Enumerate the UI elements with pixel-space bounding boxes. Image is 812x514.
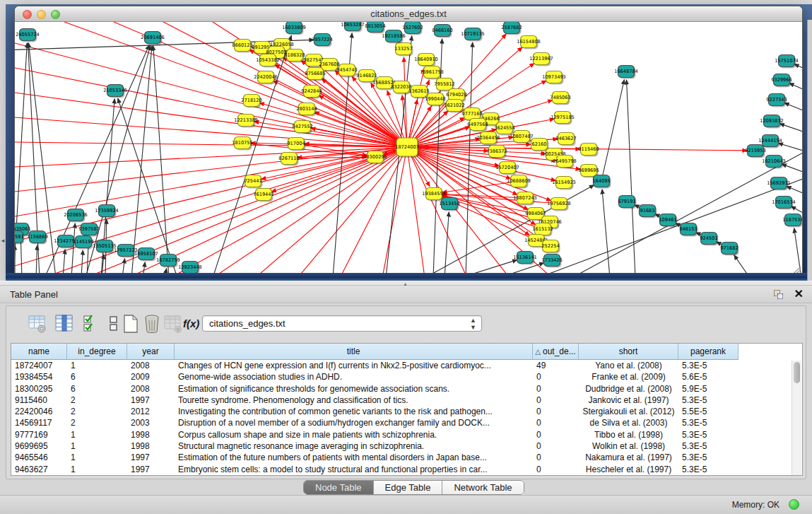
graph-node[interactable]: 725441 <box>244 175 262 189</box>
graph-node[interactable]: 16154923 <box>552 177 576 190</box>
graph-node[interactable]: 10973493 <box>542 71 566 85</box>
create-column-icon[interactable] <box>121 313 141 334</box>
graph-node[interactable]: 16210643 <box>762 156 786 169</box>
graph-node[interactable]: 8466160 <box>432 25 452 38</box>
graph-node[interactable]: 20691406 <box>141 32 165 45</box>
table-row[interactable]: 1938455462009Genome-wide association stu… <box>11 371 792 382</box>
graph-node[interactable]: 8660123 <box>232 40 252 53</box>
graph-node[interactable]: 16961758 <box>420 66 444 80</box>
table-row[interactable]: 946362711997Embryonic stem cells: a mode… <box>11 464 792 475</box>
graph-node[interactable]: 109461 <box>659 214 677 228</box>
graph-node[interactable]: 15692931 <box>767 177 791 191</box>
graph-node[interactable]: 15720407 <box>495 162 519 175</box>
graph-node[interactable]: 391591 <box>15 231 25 245</box>
close-panel-icon[interactable]: ✕ <box>794 287 804 300</box>
graph-node[interactable]: 16154808 <box>517 36 541 49</box>
graph-node[interactable]: 17016534 <box>772 197 796 210</box>
graph-node[interactable]: 7619447 <box>253 189 273 202</box>
table-row[interactable]: 2242004622012Investigating the contribut… <box>11 406 792 417</box>
graph-node[interactable]: 8267110 <box>278 153 299 166</box>
graph-node[interactable]: 1156869 <box>27 231 47 245</box>
table-row[interactable]: 1456911722003Disruption of a novel membe… <box>11 417 792 428</box>
graph-node[interactable]: 17359924 <box>95 205 119 218</box>
graph-node[interactable]: 6497568 <box>467 119 488 132</box>
graph-node[interactable]: 12975185 <box>551 112 575 125</box>
graph-node[interactable]: 24055724 <box>16 29 40 42</box>
table-row[interactable]: 946554611997Estimation of the future num… <box>11 452 792 463</box>
network-canvas[interactable]: 1872400718300295193845548660123891295918… <box>15 22 802 276</box>
show-columns-icon[interactable] <box>54 313 74 334</box>
table-settings-icon[interactable] <box>28 313 47 334</box>
graph-node[interactable]: 1167534 <box>782 214 802 228</box>
table-scrollbar-thumb[interactable] <box>794 362 800 383</box>
graph-node[interactable]: 2587682 <box>501 22 522 35</box>
graph-node[interactable]: 1810755 <box>232 137 252 151</box>
table-row[interactable]: 911546021997Tourette syndrome. Phenomeno… <box>11 395 792 406</box>
column-header-short[interactable]: short <box>579 344 678 360</box>
split-pane-divider[interactable]: ▲▼ <box>0 281 812 286</box>
column-header-year[interactable]: year <box>127 344 175 360</box>
table-row[interactable]: 1872400712008Changes of HCN gene express… <box>11 360 792 371</box>
graph-node[interactable]: 18640910 <box>414 54 438 67</box>
graph-node[interactable]: 846153 <box>679 223 698 237</box>
graph-node[interactable]: 12093832 <box>760 115 784 129</box>
graph-node[interactable]: 164095 <box>592 175 611 189</box>
window-titlebar[interactable]: citations_edges.txt <box>15 6 802 22</box>
graph-node[interactable]: 13505135 <box>93 240 117 254</box>
column-header-name[interactable]: name <box>11 344 67 360</box>
table-selector-dropdown[interactable]: citations_edges.txt ▲▼ <box>202 315 482 332</box>
graph-node[interactable]: 7485063 <box>550 92 570 105</box>
graph-node[interactable]: 16033809 <box>282 22 306 35</box>
tab-node-table[interactable]: Node Table <box>304 481 374 494</box>
column-header-out_de[interactable]: △out_de... <box>533 344 579 360</box>
graph-node[interactable]: 1990448 <box>425 93 445 107</box>
table-row[interactable]: 969969511998Structural magnetic resonanc… <box>11 440 792 452</box>
select-visible-columns-icon[interactable] <box>81 313 101 334</box>
graph-node[interactable]: 20206536 <box>64 209 88 223</box>
column-header-pagerank[interactable]: pagerank <box>678 344 739 360</box>
graph-node[interactable]: 917004 <box>287 138 305 151</box>
graph-node[interactable]: 10719135 <box>461 28 485 42</box>
graph-node[interactable]: 9329966 <box>771 74 792 88</box>
node-table[interactable]: namein_degreeyeartitle△out_de...shortpag… <box>11 343 803 476</box>
graph-node[interactable]: 18724007 <box>395 138 419 158</box>
tab-edge-table[interactable]: Edge Table <box>374 481 443 494</box>
graph-node[interactable]: 133257 <box>394 43 413 57</box>
graph-node[interactable]: 8427552 <box>292 121 312 134</box>
graph-node[interactable]: 15136141 <box>513 252 537 265</box>
graph-node[interactable]: 10688609 <box>507 175 531 189</box>
graph-node[interactable]: 22420046 <box>254 71 278 85</box>
graph-node[interactable]: 91683 <box>640 205 657 218</box>
graph-node[interactable]: 9227343 <box>766 94 787 107</box>
graph-node[interactable]: 2803144 <box>296 103 317 117</box>
graph-node[interactable]: 15751074 <box>775 55 799 69</box>
graph-node[interactable]: 8215953 <box>745 145 765 158</box>
graph-node[interactable]: 9115460 <box>578 144 599 157</box>
graph-node[interactable]: 16782759 <box>156 255 180 268</box>
graph-node[interactable]: 252254 <box>541 240 560 254</box>
graph-node[interactable]: 10653287 <box>341 22 365 33</box>
graph-node[interactable]: 7386372 <box>486 146 507 159</box>
network-view-window[interactable]: citations_edges.txt 18724007183002951938… <box>14 6 803 277</box>
graph-node[interactable]: 7857224 <box>312 34 332 47</box>
graph-node[interactable]: 8813054 <box>365 22 385 34</box>
function-builder-icon[interactable]: f(x) <box>183 313 204 334</box>
table-row[interactable]: 977716911998Corpus callosum shape and si… <box>11 429 792 440</box>
column-header-in_degree[interactable]: in_degree <box>67 344 127 360</box>
table-scrollbar[interactable] <box>792 361 801 475</box>
float-panel-icon[interactable] <box>773 289 784 300</box>
column-header-title[interactable]: title <box>175 344 533 360</box>
graph-node[interactable]: 679191 <box>618 196 636 209</box>
graph-node[interactable]: 924501 <box>700 233 718 246</box>
delete-table-icon[interactable] <box>163 313 183 334</box>
tab-network-table[interactable]: Network Table <box>442 481 523 494</box>
graph-node[interactable]: 9463627 <box>555 133 576 146</box>
graph-node[interactable]: 16648784 <box>614 66 638 79</box>
graph-node[interactable]: 1513454 <box>439 198 459 211</box>
table-row[interactable]: 1830029562008Estimation of significance … <box>11 383 792 395</box>
delete-column-icon[interactable] <box>142 313 162 334</box>
graph-node[interactable]: 9397587 <box>78 223 99 237</box>
network-graph[interactable]: 1872400718300295193845548660123891295918… <box>15 22 802 276</box>
graph-node[interactable]: 19218586 <box>382 30 406 44</box>
graph-node[interactable]: 2718120 <box>241 95 261 108</box>
